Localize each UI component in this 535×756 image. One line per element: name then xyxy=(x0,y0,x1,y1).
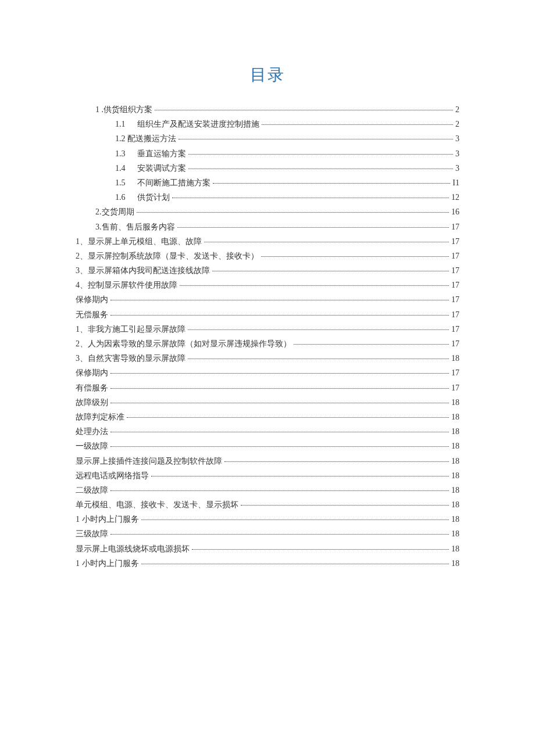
toc-entry: 有偿服务17 xyxy=(76,381,459,395)
toc-entry-text: 安装调试方案 xyxy=(137,161,186,175)
toc-leader xyxy=(188,169,453,169)
toc-entry-page: 18 xyxy=(451,395,459,410)
toc-entry-page: 18 xyxy=(451,512,459,526)
toc-entry-page: 17 xyxy=(451,336,459,351)
toc-entry-text: 三级故障 xyxy=(76,526,108,541)
toc-entry: 1.4 安装调试方案3 xyxy=(76,161,459,175)
toc-leader xyxy=(212,271,449,271)
toc-entry-text: 组织生产及配送安装进度控制措施 xyxy=(137,117,259,131)
toc-leader xyxy=(110,388,449,389)
toc-entry: 1.2 配送搬运方法3 xyxy=(76,131,459,146)
toc-leader xyxy=(241,505,449,506)
toc-entry: 一级故障18 xyxy=(76,439,459,453)
toc-entry-text: 1 小时内上门服务 xyxy=(76,556,139,571)
toc-entry-text: 有偿服务 xyxy=(76,381,108,395)
toc-entry-prefix: 1.5 xyxy=(115,175,137,190)
toc-entry-page: 17 xyxy=(451,249,459,263)
toc-entry-text: 3、自然灾害导致的显示屏故障 xyxy=(76,351,186,366)
toc-leader xyxy=(155,110,453,110)
toc-entry-page: 18 xyxy=(451,439,459,453)
toc-leader xyxy=(110,315,449,316)
toc-entry: 1、非我方施工引起显示屏故障17 xyxy=(76,322,459,336)
toc-leader xyxy=(224,461,449,462)
toc-entry-text: 处理办法 xyxy=(76,424,108,439)
toc-entry-page: 2 xyxy=(455,117,459,131)
toc-entry-page: 12 xyxy=(451,190,459,205)
toc-leader xyxy=(110,300,449,300)
toc-entry-page: I1 xyxy=(452,175,459,190)
toc-entry-text: 保修期内 xyxy=(76,292,108,307)
toc-entry-page: 18 xyxy=(451,542,459,556)
toc-leader xyxy=(141,564,450,564)
toc-entry: 单元模组、电源、接收卡、发送卡、显示损坏18 xyxy=(76,497,459,512)
toc-leader xyxy=(188,329,449,330)
toc-entry-page: 18 xyxy=(451,483,459,497)
toc-entry-text: 1、非我方施工引起显示屏故障 xyxy=(76,322,186,336)
toc-entry: 1 小时内上门服务18 xyxy=(76,512,459,526)
toc-entry-text: 垂直运输方案 xyxy=(137,146,186,161)
toc-entry: 显示屏上接插件连接问题及控制软件故障18 xyxy=(76,454,459,468)
toc-leader xyxy=(188,359,449,359)
toc-entry-text: 故障判定标准 xyxy=(76,410,124,424)
toc-entry-text: 2、显示屏控制系统故障（显卡、发送卡、接收卡） xyxy=(76,249,259,263)
toc-entry-text: 单元模组、电源、接收卡、发送卡、显示损坏 xyxy=(76,497,238,512)
toc-leader xyxy=(110,432,449,432)
document-page: 目录 1 .供货组织方案21.1 组织生产及配送安装进度控制措施21.2 配送搬… xyxy=(0,0,535,571)
toc-entry: 2、人为因素导致的显示屏故障（如对显示屏违规操作导致）17 xyxy=(76,336,459,351)
toc-entry-page: 18 xyxy=(451,410,459,424)
toc-entry-page: 17 xyxy=(451,292,459,307)
toc-entry: 2、显示屏控制系统故障（显卡、发送卡、接收卡）17 xyxy=(76,249,459,263)
toc-entry: 显示屏上电源线烧坏或电源损坏18 xyxy=(76,542,459,556)
toc-leader xyxy=(213,183,450,184)
toc-entry-page: 18 xyxy=(451,351,459,366)
toc-leader xyxy=(151,476,449,476)
toc-entry: 3、显示屏箱体内我司配送连接线故障17 xyxy=(76,263,459,278)
toc-leader xyxy=(294,344,449,345)
toc-container: 1 .供货组织方案21.1 组织生产及配送安装进度控制措施21.2 配送搬运方法… xyxy=(76,102,459,571)
toc-entry: 保修期内17 xyxy=(76,292,459,307)
toc-entry: 保修期内17 xyxy=(76,366,459,380)
toc-entry-prefix: 1.3 xyxy=(115,146,137,161)
toc-entry-page: 17 xyxy=(451,307,459,322)
toc-entry-text: 3、显示屏箱体内我司配送连接线故障 xyxy=(76,263,210,278)
toc-entry-page: 18 xyxy=(451,497,459,512)
toc-entry-text: 保修期内 xyxy=(76,366,108,380)
toc-entry: 1.3 垂直运输方案3 xyxy=(76,146,459,161)
toc-entry: 故障级别18 xyxy=(76,395,459,410)
toc-entry-text: 供货计划 xyxy=(137,190,170,205)
toc-entry-text: 故障级别 xyxy=(76,395,108,410)
toc-leader xyxy=(137,212,450,213)
toc-entry-page: 18 xyxy=(451,454,459,468)
toc-leader xyxy=(262,124,453,125)
toc-leader xyxy=(110,534,449,535)
toc-leader xyxy=(172,198,449,198)
toc-entry-text: 远程电话或网络指导 xyxy=(76,468,149,483)
toc-entry-text: 显示屏上接插件连接问题及控制软件故障 xyxy=(76,454,222,468)
toc-entry-prefix: 1.4 xyxy=(115,161,137,175)
toc-entry-text: 1.2 配送搬运方法 xyxy=(115,131,176,146)
toc-entry-text: 1 小时内上门服务 xyxy=(76,512,139,526)
toc-entry-text: 不间断施工措施方案 xyxy=(137,175,211,190)
toc-entry-page: 18 xyxy=(451,556,459,571)
toc-entry: 1 .供货组织方案2 xyxy=(76,102,459,117)
toc-entry: 3、自然灾害导致的显示屏故障18 xyxy=(76,351,459,366)
toc-entry-page: 3 xyxy=(455,131,459,146)
toc-entry-page: 17 xyxy=(451,322,459,336)
toc-entry-text: 二级故障 xyxy=(76,483,108,497)
toc-leader xyxy=(179,139,453,139)
toc-leader xyxy=(110,446,449,447)
toc-leader xyxy=(188,154,453,155)
toc-entry: 2.交货周期16 xyxy=(76,205,459,219)
toc-title: 目录 xyxy=(76,64,459,86)
toc-entry-page: 17 xyxy=(451,366,459,380)
toc-leader xyxy=(261,256,449,257)
toc-entry-page: 18 xyxy=(451,526,459,541)
toc-leader xyxy=(204,242,449,242)
toc-entry: 1 小时内上门服务18 xyxy=(76,556,459,571)
toc-leader xyxy=(177,227,450,228)
toc-entry: 1、显示屏上单元模组、电源、故障17 xyxy=(76,234,459,249)
toc-entry-text: 2.交货周期 xyxy=(95,205,134,219)
toc-entry: 1.6 供货计划12 xyxy=(76,190,459,205)
toc-entry-prefix: 1.1 xyxy=(115,117,137,131)
toc-entry-text: 1、显示屏上单元模组、电源、故障 xyxy=(76,234,202,249)
